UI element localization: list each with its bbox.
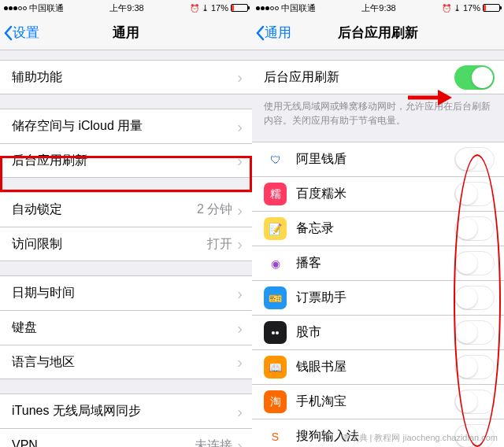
- app-icon: 糯: [264, 183, 287, 205]
- settings-cell[interactable]: 储存空间与 iCloud 用量›: [0, 109, 252, 143]
- app-toggle[interactable]: [454, 182, 495, 206]
- carrier-label: 中国联通: [281, 2, 316, 14]
- app-cell: 🎫订票助手: [252, 280, 504, 315]
- battery-percent: 17%: [463, 3, 480, 13]
- app-label: 百度糯米: [296, 186, 454, 202]
- battery-icon: [231, 4, 248, 12]
- app-label: 钱眼书屋: [296, 359, 454, 375]
- app-icon: ••: [264, 321, 287, 344]
- app-toggle[interactable]: [454, 320, 495, 345]
- app-label: 备忘录: [296, 220, 454, 237]
- settings-cell[interactable]: 语言与地区›: [0, 345, 252, 379]
- settings-cell[interactable]: 键盘›: [0, 310, 252, 345]
- settings-list[interactable]: 辅助功能›储存空间与 iCloud 用量›后台应用刷新›自动锁定2 分钟›访问限…: [0, 50, 252, 447]
- back-label: 通用: [265, 24, 291, 42]
- app-label: 手机淘宝: [296, 393, 454, 410]
- chevron-right-icon: ›: [237, 153, 243, 168]
- app-icon: 🎫: [264, 286, 287, 309]
- chevron-right-icon: ›: [237, 119, 243, 135]
- app-cell: 📖钱眼书屋: [252, 349, 504, 384]
- status-time: 上午9:38: [109, 2, 143, 14]
- master-toggle[interactable]: [454, 65, 495, 90]
- app-toggle[interactable]: [454, 251, 495, 275]
- app-icon: 📝: [264, 217, 287, 240]
- master-toggle-cell: 后台应用刷新: [252, 60, 504, 94]
- cell-label: 键盘: [12, 320, 237, 336]
- signal-dots-icon: [4, 6, 27, 10]
- status-bar: 中国联通 上午9:38 ⏰ ⤓ 17%: [0, 0, 252, 16]
- app-cell: ••股市: [252, 315, 504, 349]
- status-time: 上午9:38: [361, 2, 395, 14]
- back-label: 设置: [13, 24, 39, 42]
- app-cell: 📝备忘录: [252, 211, 504, 246]
- master-toggle-label: 后台应用刷新: [264, 69, 454, 86]
- chevron-right-icon: ›: [237, 404, 243, 419]
- nav-bar: 通用 后台应用刷新: [252, 16, 504, 50]
- app-cell: ◉播客: [252, 246, 504, 280]
- app-label: 订票助手: [296, 290, 454, 306]
- lock-icon: ⤓: [454, 3, 461, 13]
- chevron-right-icon: ›: [237, 236, 243, 252]
- chevron-right-icon: ›: [237, 69, 243, 85]
- app-toggle[interactable]: [454, 216, 495, 241]
- settings-cell[interactable]: iTunes 无线局域网同步›: [0, 393, 252, 428]
- settings-cell[interactable]: 辅助功能›: [0, 60, 252, 94]
- app-cell: 糯百度糯米: [252, 176, 504, 211]
- app-icon: 📖: [264, 356, 287, 379]
- settings-cell[interactable]: VPN未连接›: [0, 428, 252, 447]
- signal-dots-icon: [256, 6, 279, 10]
- carrier-label: 中国联通: [29, 2, 64, 14]
- app-toggle[interactable]: [454, 355, 495, 379]
- chevron-right-icon: ›: [237, 202, 243, 218]
- settings-cell[interactable]: 后台应用刷新›: [0, 143, 252, 178]
- lock-icon: ⤓: [202, 3, 209, 13]
- cell-value: 2 分钟: [197, 201, 232, 218]
- chevron-left-icon: [255, 25, 265, 41]
- app-label: 播客: [296, 255, 454, 272]
- app-cell: 淘手机淘宝: [252, 384, 504, 419]
- app-cell: 🛡阿里钱盾: [252, 142, 504, 176]
- chevron-right-icon: ›: [237, 320, 243, 336]
- app-label: 股市: [296, 324, 454, 341]
- settings-cell[interactable]: 访问限制打开›: [0, 227, 252, 261]
- cell-label: 访问限制: [12, 236, 207, 253]
- screen-background-refresh: 中国联通 上午9:38 ⏰ ⤓ 17% 通用 后台应用刷新 后台应用刷新: [252, 0, 504, 447]
- alarm-icon: ⏰: [442, 4, 451, 13]
- watermark: 查字典 | 教程网 jiaocheng.chazidian.com: [342, 432, 498, 444]
- footer-description: 使用无线局域网或蜂窝移动网时，允许应用在后台刷新内容。关闭应用有助于节省电量。: [252, 94, 504, 127]
- cell-label: 储存空间与 iCloud 用量: [12, 118, 237, 135]
- cell-label: iTunes 无线局域网同步: [12, 403, 237, 419]
- chevron-left-icon: [3, 25, 13, 41]
- chevron-right-icon: ›: [237, 286, 243, 301]
- status-bar: 中国联通 上午9:38 ⏰ ⤓ 17%: [252, 0, 504, 16]
- alarm-icon: ⏰: [190, 4, 199, 13]
- app-label: 阿里钱盾: [296, 151, 454, 168]
- app-icon: 🛡: [264, 148, 287, 171]
- cell-label: 语言与地区: [12, 354, 237, 371]
- cell-label: VPN: [12, 438, 195, 447]
- app-toggle[interactable]: [454, 147, 495, 172]
- screen-general: 中国联通 上午9:38 ⏰ ⤓ 17% 设置 通用 辅助功能›储存空间与 iCl…: [0, 0, 252, 447]
- app-toggle[interactable]: [454, 286, 495, 310]
- cell-value: 打开: [207, 236, 232, 253]
- app-list[interactable]: 后台应用刷新 使用无线局域网或蜂窝移动网时，允许应用在后台刷新内容。关闭应用有助…: [252, 50, 504, 447]
- cell-value: 未连接: [195, 438, 232, 448]
- cell-label: 自动锁定: [12, 201, 197, 218]
- battery-percent: 17%: [211, 3, 228, 13]
- back-button[interactable]: 通用: [252, 24, 291, 42]
- chevron-right-icon: ›: [237, 354, 243, 370]
- cell-label: 后台应用刷新: [12, 153, 237, 169]
- back-button[interactable]: 设置: [0, 24, 39, 42]
- app-icon: 淘: [264, 390, 287, 413]
- settings-cell[interactable]: 自动锁定2 分钟›: [0, 192, 252, 227]
- cell-label: 辅助功能: [12, 69, 237, 86]
- nav-bar: 设置 通用: [0, 16, 252, 50]
- app-icon: ◉: [264, 252, 287, 275]
- app-icon: S: [264, 425, 287, 447]
- cell-label: 日期与时间: [12, 285, 237, 301]
- settings-cell[interactable]: 日期与时间›: [0, 275, 252, 310]
- app-toggle[interactable]: [454, 390, 495, 414]
- battery-icon: [483, 4, 500, 12]
- chevron-right-icon: ›: [237, 438, 243, 447]
